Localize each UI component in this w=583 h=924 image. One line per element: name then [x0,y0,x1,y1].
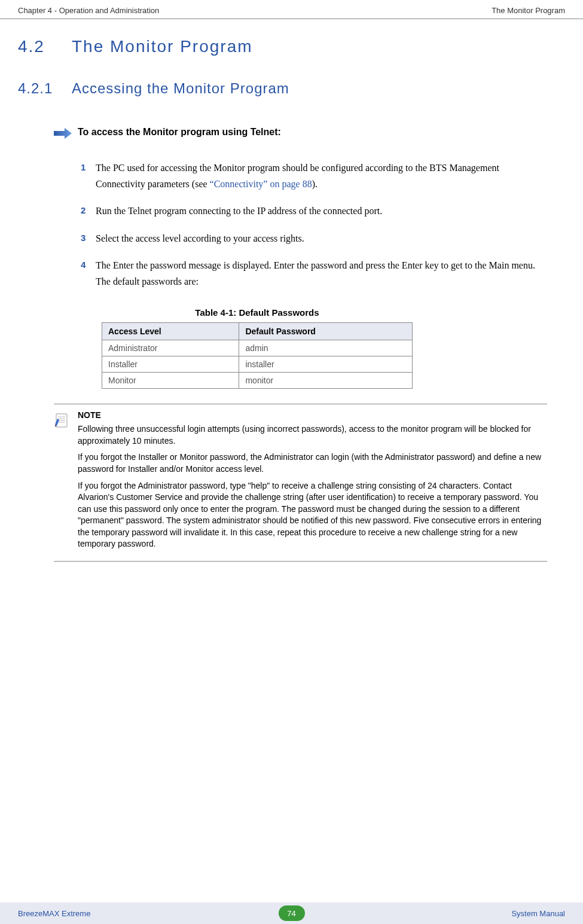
footer-left: BreezeMAX Extreme [18,909,90,918]
table-row: Monitor monitor [102,373,413,389]
footer-right: System Manual [511,909,565,918]
cross-reference-link[interactable]: “Connectivity” on page 88 [210,179,312,189]
list-item: 3 Select the access level according to y… [81,230,547,246]
note-box: NOTE Following three unsuccessful login … [54,404,547,562]
step-text-end: ). [312,179,318,189]
list-number: 1 [81,160,96,192]
note-paragraph: Following three unsuccessful login attem… [78,423,547,447]
ordered-list: 1 The PC used for accessing the Monitor … [81,160,547,289]
table-cell: installer [239,356,413,373]
list-item: 1 The PC used for accessing the Monitor … [81,160,547,192]
note-paragraph: If you forgot the Administrator password… [78,480,547,551]
page-number-badge: 74 [279,905,305,921]
page-footer: BreezeMAX Extreme 74 System Manual [0,902,583,924]
table-row: Installer installer [102,356,413,373]
header-right: The Monitor Program [492,6,565,15]
main-content: 4.2 The Monitor Program 4.2.1 Accessing … [0,19,583,562]
section-title: 4.2 The Monitor Program [18,37,565,56]
table-cell: monitor [239,373,413,389]
table-header-access-level: Access Level [102,323,239,340]
table-header-default-password: Default Password [239,323,413,340]
list-item: 4 The Enter the password message is disp… [81,257,547,289]
svg-marker-0 [54,128,72,139]
table-cell: Installer [102,356,239,373]
list-text: Select the access level according to you… [96,230,547,246]
subsection-number: 4.2.1 [18,80,72,97]
list-number: 2 [81,203,96,219]
procedure-intro: To access the Monitor program using Teln… [54,127,565,139]
table-row: Administrator admin [102,340,413,356]
arrow-icon [54,128,72,139]
note-title: NOTE [78,410,547,420]
table-header-row: Access Level Default Password [102,323,413,340]
note-content: NOTE Following three unsuccessful login … [78,410,547,555]
table-cell: Administrator [102,340,239,356]
table-cell: Monitor [102,373,239,389]
list-number: 3 [81,230,96,246]
section-heading: The Monitor Program [72,37,253,56]
table-wrapper: Table 4-1: Default Passwords Access Leve… [102,307,565,389]
subsection-heading: Accessing the Monitor Program [72,80,289,97]
list-text: Run the Telnet program connecting to the… [96,203,547,219]
list-number: 4 [81,257,96,289]
list-text: The PC used for accessing the Monitor pr… [96,160,547,192]
header-left: Chapter 4 - Operation and Administration [18,6,159,15]
table-caption: Table 4-1: Default Passwords [102,307,413,318]
list-item: 2 Run the Telnet program connecting to t… [81,203,547,219]
passwords-table: Access Level Default Password Administra… [102,322,413,389]
note-icon [54,410,72,555]
note-paragraph: If you forgot the Installer or Monitor p… [78,452,547,475]
procedure-intro-text: To access the Monitor program using Teln… [78,127,281,138]
section-number: 4.2 [18,37,72,56]
subsection-title: 4.2.1 Accessing the Monitor Program [18,80,565,97]
page-header: Chapter 4 - Operation and Administration… [0,0,583,19]
table-cell: admin [239,340,413,356]
list-text: The Enter the password message is displa… [96,257,547,289]
